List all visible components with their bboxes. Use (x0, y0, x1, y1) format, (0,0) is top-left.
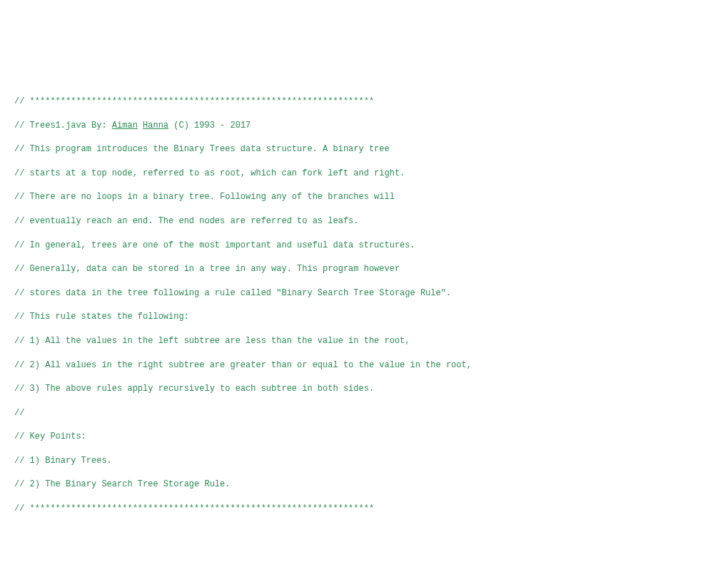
comment-line: // *************************************… (14, 96, 374, 106)
comment-line: // (14, 408, 24, 418)
comment-line: // Trees1.java By: Aiman Hanna (C) 1993 … (14, 121, 251, 131)
comment-line: // 1) Binary Trees. (14, 456, 112, 466)
comment-line: // starts at a top node, referred to as … (14, 168, 405, 178)
comment-line: // This program introduces the Binary Tr… (14, 144, 390, 154)
comment-line: // eventually reach an end. The end node… (14, 216, 358, 226)
comment-line: // stores data in the tree following a r… (14, 288, 451, 298)
comment-line: // Generally, data can be stored in a tr… (14, 264, 400, 274)
comment-line: // In general, trees are one of the most… (14, 240, 415, 250)
comment-line: // 3) The above rules apply recursively … (14, 384, 374, 394)
comment-line: // 1) All the values in the left subtree… (14, 336, 410, 346)
comment-line: // 2) The Binary Search Tree Storage Rul… (14, 479, 230, 489)
comment-line: // Key Points: (14, 431, 86, 441)
comment-line: // *************************************… (14, 504, 374, 514)
comment-line: // 2) All values in the right subtree ar… (14, 360, 472, 370)
comment-line: // This rule states the following: (14, 312, 189, 322)
comment-line: // There are no loops in a binary tree. … (14, 192, 395, 202)
code-document: // *************************************… (14, 83, 714, 562)
